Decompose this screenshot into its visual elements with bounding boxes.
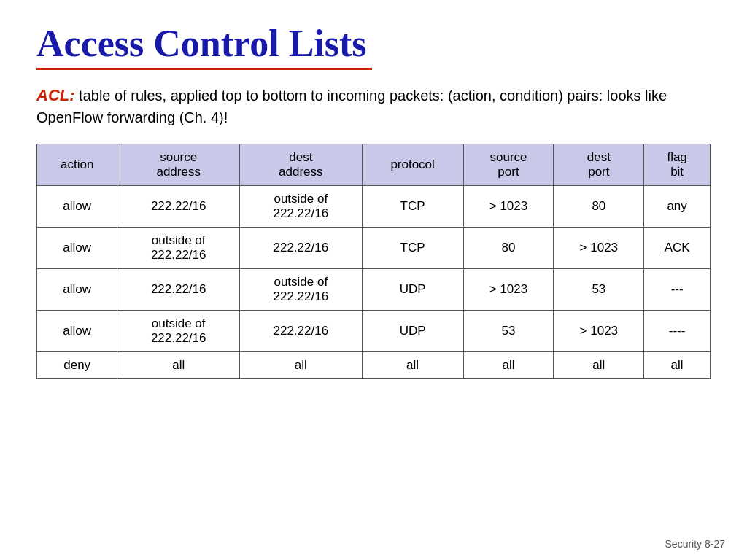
- table-row: allow 222.22/16 outside of222.22/16 UDP …: [37, 268, 711, 310]
- cell-dst-addr: outside of222.22/16: [240, 185, 363, 227]
- table-body: allow 222.22/16 outside of222.22/16 TCP …: [37, 185, 711, 378]
- cell-src-port: > 1023: [463, 185, 554, 227]
- col-action: action: [37, 144, 117, 185]
- cell-protocol: TCP: [362, 185, 463, 227]
- cell-action: allow: [37, 185, 117, 227]
- col-protocol: protocol: [362, 144, 463, 185]
- cell-src-addr: outside of222.22/16: [117, 310, 240, 351]
- page-title: Access Control Lists: [36, 22, 711, 65]
- cell-src-addr: all: [117, 351, 240, 378]
- cell-dst-addr: outside of222.22/16: [240, 268, 363, 310]
- cell-src-addr: 222.22/16: [117, 185, 240, 227]
- title-underline: [36, 68, 372, 70]
- col-dest-address: destaddress: [240, 144, 363, 185]
- cell-src-addr: 222.22/16: [117, 268, 240, 310]
- header-row: action sourceaddress destaddress protoco…: [37, 144, 711, 185]
- cell-action: allow: [37, 227, 117, 268]
- cell-dst-port: 80: [554, 185, 644, 227]
- cell-src-port: 53: [463, 310, 554, 351]
- col-flag-bit: flagbit: [644, 144, 711, 185]
- cell-action: allow: [37, 268, 117, 310]
- cell-dst-addr: 222.22/16: [240, 310, 363, 351]
- table-row: deny all all all all all all: [37, 351, 711, 378]
- cell-dst-port: all: [554, 351, 644, 378]
- col-source-address: sourceaddress: [117, 144, 240, 185]
- cell-flag: all: [644, 351, 711, 378]
- acl-table: action sourceaddress destaddress protoco…: [36, 144, 711, 379]
- table-header: action sourceaddress destaddress protoco…: [37, 144, 711, 185]
- acl-label: ACL:: [36, 86, 75, 104]
- cell-src-port: > 1023: [463, 268, 554, 310]
- cell-flag: ---: [644, 268, 711, 310]
- cell-dst-addr: 222.22/16: [240, 227, 363, 268]
- cell-protocol: UDP: [362, 268, 463, 310]
- cell-dst-addr: all: [240, 351, 363, 378]
- table-row: allow outside of222.22/16 222.22/16 TCP …: [37, 227, 711, 268]
- cell-src-port: 80: [463, 227, 554, 268]
- cell-action: allow: [37, 310, 117, 351]
- col-source-port: sourceport: [463, 144, 554, 185]
- cell-protocol: TCP: [362, 227, 463, 268]
- cell-protocol: UDP: [362, 310, 463, 351]
- cell-action: deny: [37, 351, 117, 378]
- table-row: allow 222.22/16 outside of222.22/16 TCP …: [37, 185, 711, 227]
- description-text: ACL: table of rules, applied top to bott…: [36, 85, 711, 128]
- cell-src-addr: outside of222.22/16: [117, 227, 240, 268]
- cell-dst-port: 53: [554, 268, 644, 310]
- cell-dst-port: > 1023: [554, 310, 644, 351]
- cell-protocol: all: [362, 351, 463, 378]
- cell-flag: ACK: [644, 227, 711, 268]
- cell-dst-port: > 1023: [554, 227, 644, 268]
- footer-text: Security 8-27: [665, 538, 725, 550]
- col-dest-port: destport: [554, 144, 644, 185]
- description-body: table of rules, applied top to bottom to…: [36, 88, 667, 125]
- cell-flag: ----: [644, 310, 711, 351]
- cell-src-port: all: [463, 351, 554, 378]
- cell-flag: any: [644, 185, 711, 227]
- table-row: allow outside of222.22/16 222.22/16 UDP …: [37, 310, 711, 351]
